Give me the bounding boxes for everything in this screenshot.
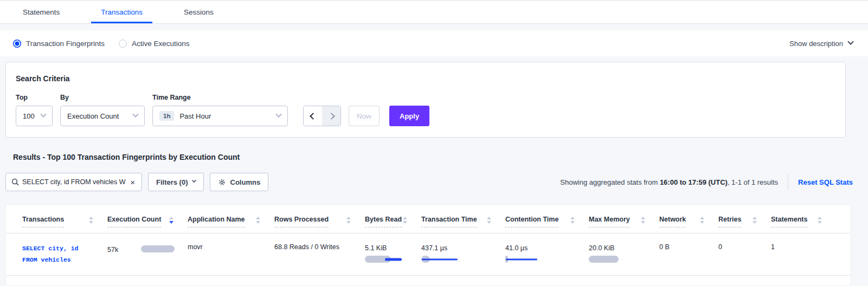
sort-icon[interactable] xyxy=(346,217,351,224)
execution-count-value: 57k xyxy=(107,244,118,253)
transactions-page: Statements Transactions Sessions Transac… xyxy=(0,0,868,286)
header-bytes-read[interactable]: Bytes Read xyxy=(365,216,421,227)
columns-label: Columns xyxy=(230,178,261,186)
results-table: Transactions Execution Count Application… xyxy=(5,204,851,286)
header-execution-count[interactable]: Execution Count xyxy=(107,216,188,227)
sort-icon[interactable] xyxy=(487,217,491,224)
previous-time-button[interactable] xyxy=(304,106,322,126)
reset-sql-stats-link[interactable]: Reset SQL Stats xyxy=(798,178,853,186)
top-select[interactable]: 100 xyxy=(16,106,53,126)
table-row: SELECT city, id FROM vehicles 57k movr 6… xyxy=(6,233,851,276)
by-label: By xyxy=(60,94,145,101)
bytes-read-bar xyxy=(365,256,403,263)
header-transactions[interactable]: Transactions xyxy=(22,216,107,227)
view-toggle-bar: Transaction Fingerprints Active Executio… xyxy=(0,30,868,56)
vertical-divider xyxy=(788,174,788,190)
stats-summary: Showing aggregated stats from 16:00 to 1… xyxy=(560,174,853,190)
show-description-label: Show description xyxy=(789,40,843,48)
header-application-name[interactable]: Application Name xyxy=(188,216,274,227)
sort-icon[interactable] xyxy=(89,217,93,224)
sort-icon[interactable] xyxy=(700,217,704,224)
top-field: Top 100 xyxy=(16,94,53,126)
by-select-value: Execution Count xyxy=(67,112,119,120)
now-button[interactable]: Now xyxy=(349,106,380,126)
contention-time-bar xyxy=(505,256,543,263)
max-memory-cell: 20.0 KiB xyxy=(589,243,654,263)
sort-icon[interactable] xyxy=(256,217,260,224)
chevron-down-icon xyxy=(40,112,46,118)
max-memory-value: 20.0 KiB xyxy=(589,243,654,252)
contention-time-value: 41.0 µs xyxy=(505,243,583,252)
sort-icon[interactable] xyxy=(753,217,757,224)
top-select-value: 100 xyxy=(23,112,35,120)
execution-count-bar xyxy=(141,245,179,252)
by-field: By Execution Count xyxy=(60,94,145,126)
search-criteria-card: Search Criteria Top 100 By Execution Cou… xyxy=(5,62,846,138)
sort-icon[interactable] xyxy=(818,217,822,224)
transaction-time-bar xyxy=(421,256,459,263)
radio-transaction-fingerprints[interactable]: Transaction Fingerprints xyxy=(13,40,105,48)
header-retries[interactable]: Retries xyxy=(718,216,771,227)
time-range-badge: 1h xyxy=(159,111,174,121)
chevron-down-icon xyxy=(847,39,853,45)
by-select[interactable]: Execution Count xyxy=(60,106,145,126)
header-contention-time[interactable]: Contention Time xyxy=(505,216,589,227)
time-range-field: Time Range 1h Past Hour xyxy=(152,94,288,126)
header-network[interactable]: Network xyxy=(659,216,718,227)
chevron-down-icon xyxy=(191,178,196,183)
columns-button[interactable]: Columns xyxy=(210,173,269,191)
radio-active-executions[interactable]: Active Executions xyxy=(119,40,190,48)
search-box[interactable]: × xyxy=(5,173,142,191)
bytes-read-value: 5.1 KiB xyxy=(365,243,416,252)
view-radio-group: Transaction Fingerprints Active Executio… xyxy=(13,40,190,48)
transaction-fingerprint-link[interactable]: SELECT city, id FROM vehicles xyxy=(22,243,102,266)
application-name-value: movr xyxy=(188,242,203,251)
tab-sessions[interactable]: Sessions xyxy=(174,2,223,23)
show-description-toggle[interactable]: Show description xyxy=(789,40,853,48)
time-range-value: Past Hour xyxy=(179,112,211,120)
time-step-buttons xyxy=(303,106,341,126)
filters-label: Filters (0) xyxy=(156,178,188,186)
results-heading: Results - Top 100 Transaction Fingerprin… xyxy=(13,153,868,161)
search-criteria-controls: Top 100 By Execution Count Time Range 1h xyxy=(16,94,835,126)
sort-icon[interactable] xyxy=(403,217,407,224)
chevron-down-icon xyxy=(275,112,281,118)
header-rows-processed[interactable]: Rows Processed xyxy=(274,216,365,227)
time-range-select[interactable]: 1h Past Hour xyxy=(152,106,288,126)
transaction-time-cell: 437.1 µs xyxy=(421,243,500,263)
execution-count-cell: 57k xyxy=(107,243,182,253)
search-input[interactable] xyxy=(22,178,126,186)
clear-search-icon[interactable]: × xyxy=(129,178,136,186)
apply-button[interactable]: Apply xyxy=(389,106,429,126)
sort-icon[interactable] xyxy=(570,217,575,224)
bytes-read-cell: 5.1 KiB xyxy=(365,243,416,263)
tab-transactions[interactable]: Transactions xyxy=(91,2,152,23)
gear-icon xyxy=(218,178,226,186)
transaction-time-value: 437.1 µs xyxy=(421,243,500,252)
search-criteria-title: Search Criteria xyxy=(16,74,835,83)
statements-value: 1 xyxy=(771,242,775,251)
radio-label: Transaction Fingerprints xyxy=(26,40,105,48)
header-statements[interactable]: Statements xyxy=(771,216,836,227)
max-memory-bar xyxy=(589,256,627,263)
header-max-memory[interactable]: Max Memory xyxy=(589,216,659,227)
table-header-row: Transactions Execution Count Application… xyxy=(6,208,851,233)
sort-desc-icon[interactable] xyxy=(169,217,173,224)
filters-button[interactable]: Filters (0) xyxy=(148,173,204,191)
rows-processed-value: 68.8 Reads / 0 Writes xyxy=(274,242,339,251)
top-tab-bar: Statements Transactions Sessions xyxy=(0,1,868,24)
radio-selected-icon xyxy=(13,40,21,48)
next-time-button[interactable] xyxy=(322,106,340,126)
tab-statements[interactable]: Statements xyxy=(13,2,69,23)
radio-label: Active Executions xyxy=(132,40,190,48)
retries-value: 0 xyxy=(718,242,722,251)
aggregated-stats-text: Showing aggregated stats from 16:00 to 1… xyxy=(560,178,778,186)
network-value: 0 B xyxy=(659,242,670,251)
contention-time-cell: 41.0 µs xyxy=(505,243,583,263)
time-range-label: Time Range xyxy=(152,94,288,101)
results-filter-row: × Filters (0) Columns Showing aggregated… xyxy=(5,173,853,191)
chevron-left-icon xyxy=(310,113,317,120)
sort-icon[interactable] xyxy=(641,217,645,224)
header-transaction-time[interactable]: Transaction Time xyxy=(421,216,505,227)
search-icon xyxy=(11,178,19,186)
